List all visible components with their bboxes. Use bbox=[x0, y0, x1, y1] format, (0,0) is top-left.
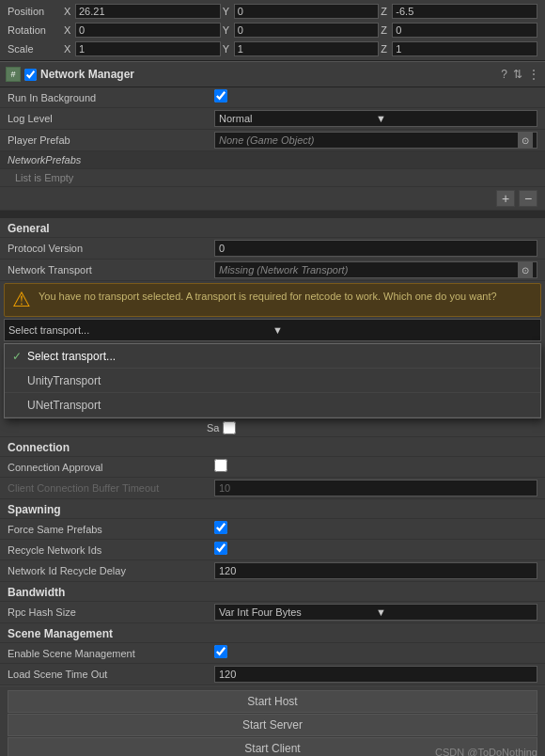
connection-approval-row: Connection Approval bbox=[0, 457, 545, 478]
general-section-header: General bbox=[0, 218, 545, 238]
rpc-hash-size-label: Rpc Hash Size bbox=[8, 606, 214, 618]
max-connections-partial-row: Sa bbox=[0, 418, 545, 437]
transport-option-select[interactable]: ✓ Select transport... bbox=[5, 344, 540, 369]
scale-y-input[interactable] bbox=[234, 41, 380, 56]
scale-row: Scale X Y Z bbox=[4, 39, 541, 58]
recycle-ids-row: Recycle Network Ids bbox=[0, 540, 545, 560]
pos-y-input[interactable] bbox=[234, 4, 380, 19]
list-buttons-row: + − bbox=[0, 187, 545, 211]
protocol-version-input[interactable] bbox=[214, 240, 537, 257]
connection-section-header: Connection bbox=[0, 437, 545, 457]
player-prefab-row: Player Prefab None (Game Object) ⊙ bbox=[0, 130, 545, 151]
connection-approval-checkbox[interactable] bbox=[214, 459, 227, 472]
inspector-body: Run In Background Log Level Normal ▼ Pla… bbox=[0, 87, 545, 756]
transport-option-unet[interactable]: UNetTransport bbox=[5, 393, 540, 417]
rotation-row: Rotation X Y Z bbox=[4, 21, 541, 39]
scale-y-label: Y bbox=[223, 43, 232, 55]
rpc-hash-size-dropdown[interactable]: Var Int Four Bytes ▼ bbox=[214, 604, 537, 621]
run-in-background-checkbox[interactable] bbox=[214, 89, 227, 102]
area-below-dropdown: Sa Connection Connection Approval Client… bbox=[0, 418, 545, 756]
list-remove-button[interactable]: − bbox=[519, 190, 537, 207]
transport-dropdown-arrow-icon: ▼ bbox=[272, 324, 537, 336]
log-level-row: Log Level Normal ▼ bbox=[0, 108, 545, 130]
component-title: Network Manager bbox=[40, 68, 501, 81]
recycle-ids-label: Recycle Network Ids bbox=[8, 544, 214, 556]
position-row: Position X Y Z bbox=[4, 2, 541, 21]
network-transport-label: Network Transport bbox=[8, 264, 214, 276]
more-icon[interactable]: ⋮ bbox=[528, 68, 539, 81]
load-timeout-input[interactable] bbox=[214, 666, 537, 683]
player-prefab-select-button[interactable]: ⊙ bbox=[518, 133, 533, 148]
action-buttons-section: Start Host Start Server Start Client bbox=[0, 685, 545, 756]
help-icon[interactable]: ? bbox=[501, 68, 507, 81]
log-level-label: Log Level bbox=[8, 113, 214, 124]
recycle-delay-row: Network Id Recycle Delay bbox=[0, 560, 545, 582]
settings-icon[interactable]: ⇅ bbox=[513, 68, 522, 81]
select-transport-row[interactable]: Select transport... ▼ bbox=[4, 319, 541, 341]
player-prefab-label: Player Prefab bbox=[8, 134, 214, 146]
enable-scene-management-label: Enable Scene Management bbox=[8, 648, 214, 659]
divider-1 bbox=[0, 211, 545, 218]
transport-check-icon: ✓ bbox=[12, 350, 27, 363]
bandwidth-section-header: Bandwidth bbox=[0, 582, 545, 602]
scale-x-input[interactable] bbox=[75, 41, 221, 56]
protocol-version-label: Protocol Version bbox=[8, 243, 214, 254]
position-label: Position bbox=[8, 6, 64, 17]
connection-approval-label: Connection Approval bbox=[8, 462, 214, 473]
scale-z-label: Z bbox=[381, 43, 390, 55]
watermark: CSDN @ToDoNothing bbox=[435, 747, 537, 756]
network-transport-row: Network Transport Missing (Network Trans… bbox=[0, 260, 545, 281]
log-level-dropdown[interactable]: Normal ▼ bbox=[214, 110, 537, 127]
pos-y-label: Y bbox=[223, 6, 232, 17]
log-level-arrow-icon: ▼ bbox=[376, 113, 533, 124]
buffer-timeout-label: Client Connection Buffer Timeout bbox=[8, 482, 214, 494]
protocol-version-row: Protocol Version bbox=[0, 238, 545, 260]
enable-scene-management-checkbox[interactable] bbox=[214, 645, 227, 658]
component-header: # Network Manager ? ⇅ ⋮ bbox=[0, 61, 545, 87]
partial-checkbox[interactable] bbox=[223, 421, 236, 434]
spawning-section-header: Spawning bbox=[0, 499, 545, 519]
rot-z-input[interactable] bbox=[392, 23, 537, 38]
recycle-delay-label: Network Id Recycle Delay bbox=[8, 565, 214, 576]
pos-x-input[interactable] bbox=[75, 4, 221, 19]
run-in-background-row: Run In Background bbox=[0, 87, 545, 108]
component-buttons: ? ⇅ ⋮ bbox=[501, 68, 539, 81]
pos-z-input[interactable] bbox=[392, 4, 537, 19]
rot-y-label: Y bbox=[223, 24, 232, 36]
force-same-prefabs-checkbox[interactable] bbox=[214, 521, 227, 534]
rpc-hash-arrow-icon: ▼ bbox=[376, 606, 533, 618]
pos-z-label: Z bbox=[381, 6, 390, 17]
rot-y-input[interactable] bbox=[234, 23, 380, 38]
recycle-delay-input[interactable] bbox=[214, 562, 537, 579]
run-in-background-label: Run In Background bbox=[8, 92, 214, 103]
component-icon: # bbox=[6, 67, 21, 82]
transport-option-unity[interactable]: UnityTransport bbox=[5, 369, 540, 393]
list-empty-label: List is Empty bbox=[0, 169, 545, 187]
transport-dropdown-popup: ✓ Select transport... UnityTransport UNe… bbox=[4, 343, 541, 418]
recycle-ids-checkbox[interactable] bbox=[214, 542, 227, 555]
rot-x-input[interactable] bbox=[75, 23, 221, 38]
warning-text: You have no transport selected. A transp… bbox=[39, 290, 497, 304]
force-same-prefabs-label: Force Same Prefabs bbox=[8, 524, 214, 535]
buffer-timeout-row: Client Connection Buffer Timeout bbox=[0, 478, 545, 499]
network-transport-select-button[interactable]: ⊙ bbox=[518, 262, 533, 277]
rpc-hash-size-row: Rpc Hash Size Var Int Four Bytes ▼ bbox=[0, 602, 545, 623]
component-enable-checkbox[interactable] bbox=[24, 69, 37, 81]
list-add-button[interactable]: + bbox=[496, 190, 515, 207]
load-timeout-label: Load Scene Time Out bbox=[8, 669, 214, 680]
scale-label: Scale bbox=[8, 43, 64, 55]
scale-x-label: X bbox=[64, 43, 73, 55]
force-same-prefabs-row: Force Same Prefabs bbox=[0, 519, 545, 540]
scene-management-section-header: Scene Management bbox=[0, 623, 545, 643]
start-host-button[interactable]: Start Host bbox=[8, 690, 537, 713]
rot-z-label: Z bbox=[381, 24, 390, 36]
warning-box: ⚠ You have no transport selected. A tran… bbox=[4, 283, 541, 317]
scale-z-input[interactable] bbox=[392, 41, 537, 56]
start-server-button[interactable]: Start Server bbox=[8, 714, 537, 736]
network-transport-field: Missing (Network Transport) ⊙ bbox=[214, 261, 537, 278]
transform-section: Position X Y Z Rotation X bbox=[0, 0, 545, 61]
rot-x-label: X bbox=[64, 24, 73, 36]
warning-icon: ⚠ bbox=[12, 290, 31, 310]
buffer-timeout-input[interactable] bbox=[214, 480, 537, 496]
enable-scene-management-row: Enable Scene Management bbox=[0, 643, 545, 664]
